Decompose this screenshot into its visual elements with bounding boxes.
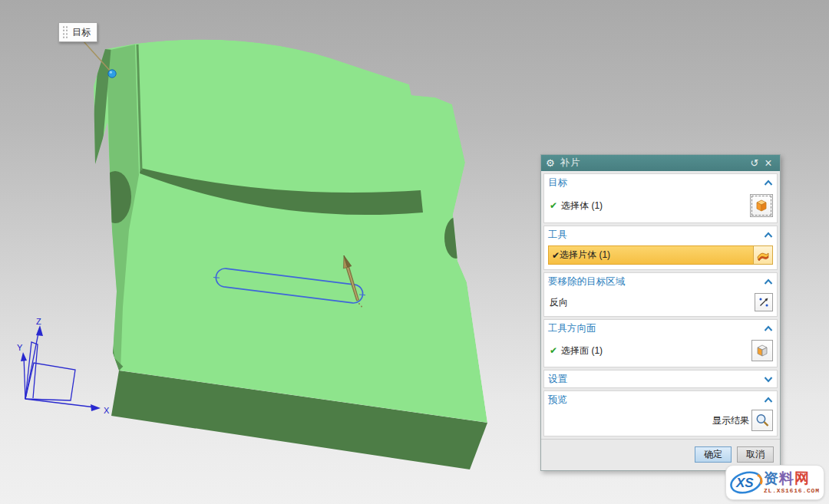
reset-button[interactable]: ↺ [748, 157, 761, 169]
reverse-direction-icon [757, 295, 771, 309]
dialog-title: 补片 [560, 156, 748, 170]
section-tool-header[interactable]: 工具 [548, 226, 773, 243]
select-sheet-active-field[interactable]: ✔ 选择片体 (1) [548, 245, 753, 265]
chevron-up-icon[interactable] [764, 278, 773, 285]
wcs-triad: Z Y X [17, 317, 110, 415]
section-tool-direction-face: 工具方向面 ✔ 选择面 (1) [543, 319, 778, 367]
face-cube-icon [755, 343, 770, 358]
select-face-label[interactable]: 选择面 (1) [561, 344, 751, 357]
xs-logo-icon: XS [728, 467, 764, 498]
sheet-body-icon [755, 248, 771, 263]
section-settings: 设置 [543, 370, 778, 388]
axis-label-x: X [104, 406, 110, 415]
watermark-site-url: ZL.XS1616.COM [764, 488, 820, 494]
chevron-up-icon[interactable] [764, 232, 773, 239]
section-direction-header[interactable]: 工具方向面 [548, 320, 773, 337]
reverse-label: 反向 [550, 296, 755, 309]
select-body-button[interactable] [750, 194, 773, 217]
model-left-notch [99, 171, 131, 223]
select-sheet-button[interactable] [753, 245, 773, 265]
section-target-header[interactable]: 目标 [548, 174, 773, 191]
section-settings-header[interactable]: 设置 [548, 371, 773, 387]
section-title: 工具 [548, 229, 764, 242]
show-result-label: 显示结果 [712, 414, 749, 427]
reverse-direction-button[interactable] [755, 293, 773, 311]
chevron-up-icon[interactable] [764, 180, 773, 186]
close-button[interactable]: × [761, 156, 775, 170]
check-icon: ✔ [552, 250, 560, 261]
check-icon: ✔ [550, 345, 557, 356]
section-title: 工具方向面 [548, 322, 764, 335]
section-title: 预览 [548, 394, 764, 407]
xs-logo-text: XS [735, 476, 754, 490]
show-result-button[interactable] [751, 410, 773, 431]
cancel-button[interactable]: 取消 [737, 446, 774, 463]
chevron-down-icon[interactable] [764, 376, 773, 383]
section-target: 目标 ✔ 选择体 (1) [543, 173, 778, 223]
magnifier-icon [755, 413, 770, 428]
check-icon: ✔ [550, 200, 557, 211]
axis-label-z: Z [36, 317, 41, 326]
target-annotation-tooltip[interactable]: 目标 [58, 22, 97, 42]
dialog-titlebar[interactable]: ⚙ 补片 ↺ × [541, 155, 780, 171]
gear-icon: ⚙ [546, 158, 555, 168]
section-title: 设置 [548, 373, 764, 386]
ok-button[interactable]: 确定 [695, 446, 732, 463]
chevron-up-icon[interactable] [764, 397, 773, 404]
section-preview: 预览 显示结果 [543, 390, 778, 436]
section-preview-header[interactable]: 预览 [548, 391, 773, 408]
tooltip-label: 目标 [72, 26, 91, 39]
section-tool: 工具 ✔ 选择片体 (1) [543, 226, 778, 270]
select-body-label[interactable]: 选择体 (1) [561, 199, 750, 212]
solid-body-cube-icon [754, 198, 769, 213]
chevron-up-icon[interactable] [764, 325, 773, 332]
model-body[interactable] [94, 39, 487, 423]
tooltip-drag-grip-icon[interactable] [62, 25, 68, 39]
patch-dialog: ⚙ 补片 ↺ × 目标 ✔ 选择体 (1) [540, 154, 781, 471]
app-window: { "annotation": { "label": "目标" }, "dial… [0, 0, 829, 504]
section-region-to-remove: 要移除的目标区域 反向 [543, 272, 778, 317]
select-sheet-label: 选择片体 (1) [560, 249, 610, 262]
select-face-button[interactable] [751, 340, 773, 361]
watermark-site-name: 资料网 [764, 471, 810, 486]
model-right-notch [444, 217, 467, 259]
section-region-header[interactable]: 要移除的目标区域 [548, 273, 773, 290]
section-title: 要移除的目标区域 [548, 275, 764, 288]
section-title: 目标 [548, 176, 764, 189]
watermark-badge: XS 资料网 ZL.XS1616.COM [725, 465, 824, 500]
axis-label-y: Y [17, 343, 23, 352]
